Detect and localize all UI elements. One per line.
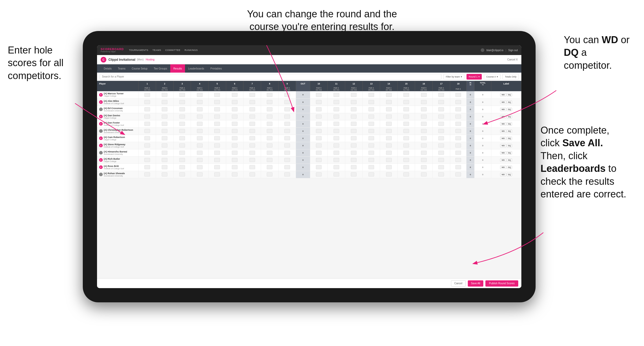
- hole-8-input[interactable]: [261, 98, 278, 106]
- score-input[interactable]: [351, 100, 357, 104]
- wd-button[interactable]: WD: [500, 93, 506, 96]
- hole-11-input[interactable]: [328, 164, 345, 171]
- score-input[interactable]: [368, 136, 374, 140]
- hole-3-input[interactable]: [173, 135, 191, 142]
- score-input[interactable]: [316, 151, 322, 155]
- hole-18-input[interactable]: [450, 113, 466, 120]
- score-input[interactable]: [421, 151, 427, 155]
- score-input[interactable]: [386, 100, 392, 104]
- hole-9-input[interactable]: [278, 135, 296, 142]
- score-input[interactable]: [267, 107, 272, 111]
- hole-9-input[interactable]: [278, 106, 296, 113]
- hole-10-input[interactable]: [310, 98, 328, 106]
- hole-13-input[interactable]: [362, 127, 380, 135]
- hole-16-input[interactable]: [415, 127, 433, 135]
- hole-7-input[interactable]: [243, 120, 261, 127]
- score-input[interactable]: [455, 136, 461, 140]
- hole-2-input[interactable]: [156, 91, 174, 98]
- hole-9-input[interactable]: [278, 113, 296, 120]
- score-input[interactable]: [249, 122, 255, 126]
- hole-4-input[interactable]: [191, 164, 209, 171]
- dq-button[interactable]: DQ: [507, 166, 512, 169]
- score-input[interactable]: [284, 165, 290, 169]
- hole-16-input[interactable]: [415, 156, 433, 164]
- hole-16-input[interactable]: [415, 113, 433, 120]
- score-input[interactable]: [144, 136, 150, 140]
- score-input[interactable]: [421, 114, 427, 119]
- hole-12-input[interactable]: [345, 98, 362, 106]
- score-input[interactable]: [162, 129, 167, 133]
- score-input[interactable]: [316, 100, 322, 104]
- hole-4-input[interactable]: [191, 120, 209, 127]
- score-input[interactable]: [403, 93, 409, 97]
- score-input[interactable]: [197, 100, 203, 104]
- score-input[interactable]: [197, 129, 203, 133]
- hole-15-input[interactable]: [397, 135, 415, 142]
- dq-button[interactable]: DQ: [507, 137, 512, 140]
- score-input[interactable]: [144, 165, 150, 169]
- score-input[interactable]: [386, 165, 392, 169]
- hole-6-input[interactable]: [226, 149, 243, 156]
- score-input[interactable]: [334, 136, 339, 140]
- hole-9-input[interactable]: [278, 156, 296, 164]
- score-input[interactable]: [455, 122, 461, 126]
- hole-16-input[interactable]: [415, 142, 433, 149]
- hole-1-input[interactable]: [138, 127, 156, 135]
- hole-16-input[interactable]: [415, 171, 433, 178]
- score-input[interactable]: [421, 158, 427, 162]
- hole-12-input[interactable]: [345, 91, 362, 98]
- score-input[interactable]: [179, 93, 185, 97]
- search-input[interactable]: [100, 74, 441, 80]
- hole-9-input[interactable]: [278, 171, 296, 178]
- tab-details[interactable]: Details: [101, 64, 115, 73]
- score-input[interactable]: [249, 158, 255, 162]
- score-input[interactable]: [249, 165, 255, 169]
- score-input[interactable]: [368, 158, 374, 162]
- score-input[interactable]: [421, 143, 427, 148]
- score-input[interactable]: [438, 107, 444, 111]
- score-input[interactable]: [316, 172, 322, 176]
- hole-13-input[interactable]: [362, 142, 380, 149]
- hole-5-input[interactable]: [209, 127, 226, 135]
- score-input[interactable]: [403, 165, 409, 169]
- score-input[interactable]: [334, 107, 339, 111]
- hole-12-input[interactable]: [345, 156, 362, 164]
- hole-18-input[interactable]: [450, 164, 466, 171]
- score-input[interactable]: [334, 100, 339, 104]
- hole-15-input[interactable]: [397, 98, 415, 106]
- hole-5-input[interactable]: [209, 142, 226, 149]
- hole-12-input[interactable]: [345, 149, 362, 156]
- hole-12-input[interactable]: [345, 142, 362, 149]
- score-input[interactable]: [179, 172, 185, 176]
- hole-17-input[interactable]: [433, 164, 450, 171]
- wd-button[interactable]: WD: [500, 137, 506, 140]
- hole-9-input[interactable]: [278, 98, 296, 106]
- hole-3-input[interactable]: [173, 91, 191, 98]
- hole-9-input[interactable]: [278, 142, 296, 149]
- score-input[interactable]: [197, 122, 203, 126]
- dq-button[interactable]: DQ: [507, 108, 512, 111]
- score-input[interactable]: [455, 143, 461, 148]
- hole-16-input[interactable]: [415, 106, 433, 113]
- hole-17-input[interactable]: [433, 91, 450, 98]
- score-input[interactable]: [368, 165, 374, 169]
- score-input[interactable]: [368, 114, 374, 119]
- score-input[interactable]: [334, 172, 339, 176]
- score-input[interactable]: [455, 93, 461, 97]
- hole-2-input[interactable]: [156, 106, 174, 113]
- score-input[interactable]: [368, 100, 374, 104]
- tab-printables[interactable]: Printables: [207, 64, 225, 73]
- hole-15-input[interactable]: [397, 142, 415, 149]
- score-input[interactable]: [368, 122, 374, 126]
- dq-button[interactable]: DQ: [507, 122, 512, 126]
- score-input[interactable]: [232, 129, 238, 133]
- hole-3-input[interactable]: [173, 149, 191, 156]
- score-input[interactable]: [214, 114, 220, 119]
- score-input[interactable]: [334, 114, 339, 119]
- hole-15-input[interactable]: [397, 164, 415, 171]
- score-input[interactable]: [334, 158, 339, 162]
- hole-9-input[interactable]: [278, 164, 296, 171]
- score-input[interactable]: [351, 114, 357, 119]
- score-input[interactable]: [232, 122, 238, 126]
- hole-7-input[interactable]: [243, 156, 261, 164]
